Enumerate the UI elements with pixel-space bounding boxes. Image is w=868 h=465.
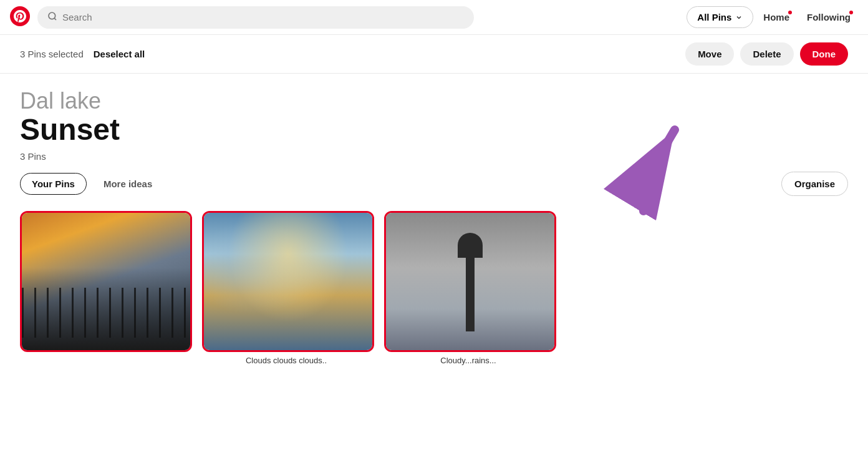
pin-label-2: Clouds clouds clouds.. [202, 356, 370, 365]
search-input[interactable] [62, 12, 464, 22]
board-title-section: Dal lake Sunset 3 Pins [20, 89, 848, 162]
all-pins-button[interactable]: All Pins [687, 6, 753, 28]
svg-line-2 [54, 18, 56, 20]
pinterest-logo[interactable] [10, 6, 30, 29]
board-subtitle: Dal lake [20, 89, 848, 114]
pin-image-container [202, 211, 374, 352]
pin-image-container [384, 211, 556, 352]
home-nav[interactable]: Home [756, 7, 797, 27]
search-bar[interactable] [37, 6, 474, 29]
board-title: Sunset [20, 114, 848, 147]
header: All Pins Home Following [0, 0, 868, 35]
tabs-row: Your Pins More ideas Organise [20, 172, 848, 196]
pin-image-2 [204, 213, 372, 350]
following-nav[interactable]: Following [799, 7, 858, 27]
pin-item[interactable]: Cloudy...rains... [384, 211, 556, 365]
pin-label-3: Cloudy...rains... [384, 356, 552, 365]
svg-point-1 [49, 12, 55, 19]
action-bar-right: Move Delete Done [685, 42, 848, 66]
search-icon [47, 11, 57, 24]
main-content: Dal lake Sunset 3 Pins Your Pins More id… [0, 74, 868, 380]
pin-item[interactable] [20, 211, 192, 365]
pin-item[interactable]: Clouds clouds clouds.. [202, 211, 374, 365]
action-bar: 3 Pins selected Deselect all Move Delete… [0, 35, 868, 74]
following-notification-dot [849, 11, 853, 14]
tab-more-ideas[interactable]: More ideas [92, 173, 164, 195]
delete-button[interactable]: Delete [740, 42, 793, 66]
organise-button[interactable]: Organise [781, 172, 848, 196]
move-button[interactable]: Move [685, 42, 734, 66]
done-button[interactable]: Done [800, 42, 849, 66]
deselect-all-button[interactable]: Deselect all [94, 49, 145, 59]
svg-point-0 [10, 6, 30, 26]
pins-grid: Clouds clouds clouds.. Cloudy...rains... [20, 211, 848, 365]
pins-selected-count: 3 Pins selected [20, 49, 84, 59]
pin-image-3 [386, 213, 554, 350]
home-notification-dot [788, 11, 792, 14]
pin-image-container [20, 211, 192, 352]
pins-count: 3 Pins [20, 151, 848, 162]
pin-image-1 [22, 213, 190, 350]
header-right: All Pins Home Following [687, 6, 858, 28]
tab-your-pins[interactable]: Your Pins [20, 173, 87, 195]
